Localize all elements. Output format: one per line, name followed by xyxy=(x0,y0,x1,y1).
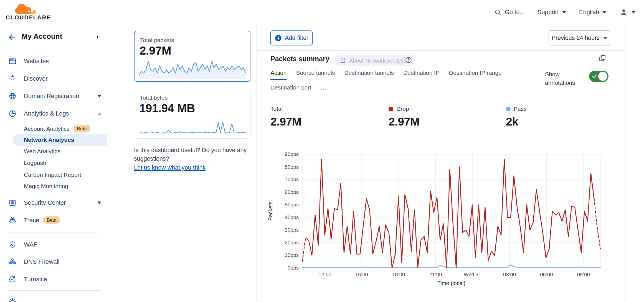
tab-destination-ip-range[interactable]: Destination IP range xyxy=(449,70,502,80)
tab-source-tunnels[interactable]: Source tunnels xyxy=(296,70,335,80)
svg-text:0pps: 0pps xyxy=(288,265,299,271)
sidebar-item-magic-monitoring[interactable]: Magic Monitoring xyxy=(0,180,107,192)
sidebar-item-account-analytics[interactable]: Account AnalyticsBeta xyxy=(0,123,107,134)
svg-text:15:00: 15:00 xyxy=(355,272,368,277)
sidebar-item-label: Websites xyxy=(24,58,49,65)
safe-icon xyxy=(8,199,17,207)
sidebar-item-carbon-impact-report[interactable]: Carbon Impact Report xyxy=(0,169,107,181)
dimension-tabs: Action Source tunnels Destination tunnel… xyxy=(270,70,514,93)
stat-value: 2.97M xyxy=(270,115,301,128)
bytes-sparkline xyxy=(138,120,246,136)
sidebar-item-web-analytics[interactable]: Web Analytics xyxy=(0,145,107,157)
panel-left-border xyxy=(257,25,257,302)
check-icon xyxy=(592,74,598,79)
metric-label: Total packets xyxy=(140,37,174,43)
trace-icon xyxy=(8,216,17,224)
chevron-down-icon xyxy=(603,37,607,39)
tab-more[interactable]: ... xyxy=(321,84,326,93)
sidebar-item-dns-firewall[interactable]: DNS Firewall xyxy=(0,254,107,270)
sidebar-item-label: WAF xyxy=(24,241,37,248)
language-menu[interactable]: English xyxy=(579,9,607,16)
tab-destination-port[interactable]: Destination port xyxy=(270,84,311,93)
packets-sparkline xyxy=(139,59,246,80)
sidebar-item-label: Turnstile xyxy=(24,276,47,283)
svg-text:09:00: 09:00 xyxy=(577,272,590,277)
panel-title: Packets summary xyxy=(270,55,329,63)
stat-value: 2k xyxy=(506,115,527,128)
svg-text:18:00: 18:00 xyxy=(392,272,405,277)
total-packets-card[interactable]: Total packets 2.97M xyxy=(134,31,250,82)
sidebar-item-turnstile[interactable]: Turnstile xyxy=(0,271,107,287)
sidebar-item-label: Security Center xyxy=(24,199,66,206)
total-bytes-card[interactable]: Total bytes 191.94 MB xyxy=(134,89,250,139)
sidebar-item-discover[interactable]: Discover xyxy=(0,71,107,87)
sidebar-border xyxy=(107,25,107,302)
add-filter-button[interactable]: Add filter xyxy=(270,30,313,45)
language-label: English xyxy=(579,9,599,16)
globe-icon xyxy=(8,92,17,100)
svg-text:60pps: 60pps xyxy=(285,189,299,195)
metric-label: Total bytes xyxy=(140,94,168,101)
metric-value: 2.97M xyxy=(140,44,171,57)
time-range-selector[interactable]: Previous 24 hours xyxy=(549,30,610,45)
tab-destination-ip[interactable]: Destination IP xyxy=(403,70,440,80)
svg-text:70pps: 70pps xyxy=(285,176,299,182)
sidebar-item-trace[interactable]: TraceBeta xyxy=(0,212,107,228)
chevron-down-icon xyxy=(97,95,101,98)
book-icon xyxy=(340,58,346,64)
back-arrow-icon[interactable] xyxy=(8,33,17,42)
shield-gear-icon xyxy=(8,240,17,249)
lightbulb-icon xyxy=(8,75,17,83)
rotate-check-icon xyxy=(8,275,17,283)
tab-destination-tunnels[interactable]: Destination tunnels xyxy=(344,70,394,80)
cloudflare-logo[interactable]: CLOUDFLARE xyxy=(5,2,52,21)
tab-action[interactable]: Action xyxy=(270,70,286,80)
starburst-icon xyxy=(8,298,17,302)
sidebar-item-analytics-logs[interactable]: Analytics & Logs xyxy=(0,106,107,122)
sidebar-item-security-center[interactable]: Security Center xyxy=(0,195,107,211)
feedback-block: Is this dashboard useful? Do you have an… xyxy=(134,146,270,172)
feedback-link[interactable]: Let us know what you think xyxy=(134,163,206,172)
search-icon xyxy=(494,9,502,16)
account-menu[interactable] xyxy=(619,8,636,17)
sidebar-item-websites[interactable]: Websites xyxy=(0,53,107,69)
sidebar-item-logpush[interactable]: Logpush xyxy=(0,157,107,169)
sidebar-divider xyxy=(7,290,101,291)
sidebar-item-network-analytics[interactable]: Network Analytics xyxy=(12,134,107,146)
expand-copy-icon[interactable] xyxy=(599,54,606,62)
cloudflare-cloud-icon xyxy=(5,2,47,15)
support-label: Support xyxy=(537,9,559,16)
svg-text:Packets: Packets xyxy=(267,201,273,221)
sidebar-divider xyxy=(0,49,107,49)
svg-text:10pps: 10pps xyxy=(285,252,299,258)
about-network-analytics-pill[interactable]: About Network Analytics xyxy=(334,55,415,66)
chevron-down-icon xyxy=(97,202,101,204)
go-to-search[interactable]: Go to... xyxy=(494,9,525,16)
stat-total: Total 2.97M xyxy=(270,106,301,128)
chevron-up-icon xyxy=(98,112,101,115)
show-annotations-toggle[interactable] xyxy=(589,71,608,82)
sidebar-item-label: Domain Registration xyxy=(24,93,79,100)
sidebar-divider xyxy=(7,232,101,232)
sidebar-item-partial[interactable] xyxy=(8,298,17,302)
pie-view-icon[interactable] xyxy=(405,56,412,64)
sidebar-item-waf[interactable]: WAF xyxy=(0,237,107,253)
stat-label: Pass xyxy=(514,106,527,112)
chevron-down-icon xyxy=(602,11,607,14)
svg-text:30pps: 30pps xyxy=(285,227,299,233)
svg-text:Wed 31: Wed 31 xyxy=(464,272,481,277)
sidebar-account-header[interactable]: My Account xyxy=(0,25,107,49)
chevron-right-icon xyxy=(95,34,101,40)
stat-divider xyxy=(499,106,499,130)
sidebar-item-label: Magic Monitoring xyxy=(24,183,68,190)
account-name: My Account xyxy=(22,32,62,41)
sidebar-item-label: Account Analytics xyxy=(24,125,70,132)
support-menu[interactable]: Support xyxy=(537,9,566,16)
svg-text:Time (local): Time (local) xyxy=(437,280,465,286)
time-range-label: Previous 24 hours xyxy=(552,35,600,42)
brand-wordmark: CLOUDFLARE xyxy=(5,14,52,21)
panel-right-border xyxy=(625,25,625,302)
svg-text:50pps: 50pps xyxy=(285,202,299,208)
sidebar-item-label: Network Analytics xyxy=(24,137,74,143)
sidebar-item-domain-registration[interactable]: Domain Registration xyxy=(0,88,107,104)
